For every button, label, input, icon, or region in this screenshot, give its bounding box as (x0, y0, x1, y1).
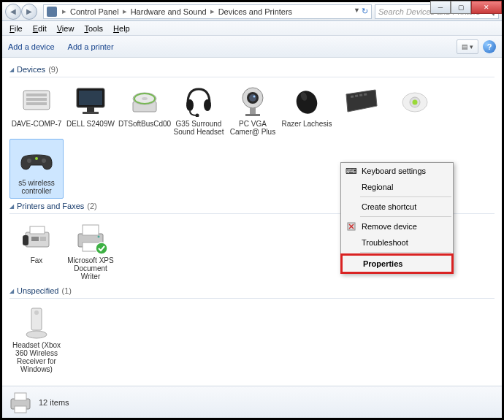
close-button[interactable]: ✕ (471, 1, 502, 14)
svg-rect-51 (15, 406, 26, 413)
forward-button[interactable]: ▶ (21, 4, 37, 20)
menu-troubleshoot[interactable]: Troubleshoot (341, 234, 453, 251)
view-options-button[interactable]: ▤ ▾ (457, 39, 478, 54)
remove-icon (345, 221, 357, 232)
refresh-icon[interactable]: ↻ (362, 7, 368, 16)
device-item-selected[interactable]: s5 wireless controller (9, 139, 64, 199)
printer-icon (73, 220, 108, 255)
menu-view[interactable]: View (53, 23, 79, 34)
menu-create-shortcut[interactable]: Create shortcut (341, 199, 453, 215)
menu-edit[interactable]: Edit (28, 23, 51, 34)
game-controller-icon (19, 142, 54, 177)
svg-point-29 (413, 100, 418, 105)
printer-item[interactable]: Fax (9, 217, 64, 283)
menu-file[interactable]: File (5, 23, 27, 34)
device-label: PC VGA Camer@ Plus (227, 120, 278, 136)
collapse-icon: ◢ (9, 66, 14, 73)
group-title: Devices (17, 65, 45, 74)
status-text: 12 items (39, 398, 69, 407)
breadcrumb-item[interactable]: Hardware and Sound (131, 7, 207, 16)
device-label: G35 Surround Sound Headset (173, 120, 224, 136)
svg-rect-36 (31, 237, 39, 241)
svg-point-18 (253, 96, 256, 98)
menu-separator (360, 196, 451, 197)
content-area: ◢ Devices (9) DAVE-COMP-7 DELL S2409W DT… (2, 58, 502, 386)
group-count: (2) (87, 202, 96, 210)
add-printer-button[interactable]: Add a printer (68, 42, 114, 51)
menu-regional[interactable]: Regional (341, 179, 453, 195)
menu-keyboard-settings[interactable]: ⌨ Keyboard settings (341, 163, 453, 179)
group-header-devices[interactable]: ◢ Devices (9) (9, 62, 495, 77)
group-title: Printers and Faxes (17, 202, 84, 210)
device-label: Razer Lachesis (282, 120, 332, 128)
fax-icon (19, 220, 54, 255)
svg-point-41 (98, 236, 100, 238)
device-label: s5 wireless controller (12, 179, 61, 195)
svg-rect-6 (87, 107, 94, 112)
help-icon[interactable]: ? (483, 40, 496, 53)
disc-drive-icon (127, 83, 162, 118)
maximize-button[interactable]: ▢ (451, 1, 471, 14)
printer-item[interactable]: Microsoft XPS Document Writer (64, 217, 118, 283)
status-bar: 12 items (2, 386, 502, 418)
device-item[interactable] (334, 80, 388, 139)
add-device-button[interactable]: Add a device (8, 42, 55, 51)
device-item[interactable]: PC VGA Camer@ Plus (226, 80, 280, 139)
explorer-window: ─ ▢ ✕ ◀ ▶ ▸ Control Panel ▸ Hardware and… (0, 0, 504, 420)
svg-point-32 (35, 157, 38, 160)
menu-bar: File Edit View Tools Help (2, 21, 502, 36)
svg-rect-35 (23, 235, 28, 245)
group-count: (9) (48, 65, 58, 74)
printer-label: Microsoft XPS Document Writer (65, 256, 116, 280)
computer-icon (19, 83, 54, 118)
menu-properties[interactable]: Properties (343, 256, 451, 272)
device-item[interactable] (388, 80, 442, 139)
svg-rect-50 (15, 393, 26, 400)
svg-point-30 (27, 159, 31, 163)
device-label: Headset (Xbox 360 Wireless Receiver for … (11, 341, 62, 373)
menu-remove-device[interactable]: Remove device (341, 218, 453, 234)
collapse-icon: ◢ (9, 288, 14, 294)
menu-help[interactable]: Help (109, 23, 134, 34)
collapse-icon: ◢ (9, 203, 14, 210)
breadcrumb[interactable]: ▸ Control Panel ▸ Hardware and Sound ▸ D… (43, 4, 372, 19)
svg-rect-7 (83, 112, 99, 114)
svg-point-21 (293, 88, 320, 115)
titlebar: ─ ▢ ✕ ◀ ▶ ▸ Control Panel ▸ Hardware and… (2, 2, 502, 21)
default-check-icon (95, 242, 108, 255)
mouse-icon (289, 83, 324, 118)
monitor-icon (73, 83, 108, 118)
device-item[interactable]: DTSoftBusCd00 (118, 80, 172, 139)
svg-point-45 (26, 331, 47, 338)
minimize-button[interactable]: ─ (430, 1, 451, 14)
svg-rect-2 (26, 98, 47, 101)
svg-rect-20 (245, 114, 260, 116)
device-item[interactable]: Headset (Xbox 360 Wireless Receiver for … (9, 302, 64, 376)
group-header-unspecified[interactable]: ◢ Unspecified (1) (9, 283, 495, 299)
svg-rect-26 (364, 93, 367, 96)
svg-rect-19 (250, 108, 256, 114)
svg-point-17 (249, 94, 256, 102)
menu-highlighted: Properties (340, 253, 454, 274)
device-item[interactable]: G35 Surround Sound Headset (172, 80, 226, 139)
location-icon (47, 7, 57, 17)
svg-rect-3 (26, 102, 47, 105)
svg-rect-24 (355, 95, 358, 97)
device-item[interactable]: DAVE-COMP-7 (9, 80, 64, 139)
svg-rect-39 (83, 225, 99, 235)
svg-point-13 (204, 99, 211, 111)
device-item[interactable]: DELL S2409W (64, 80, 118, 139)
device-item[interactable]: Razer Lachesis (280, 80, 334, 139)
breadcrumb-item[interactable]: Devices and Printers (218, 7, 293, 16)
wireless-receiver-icon (397, 83, 432, 118)
command-bar: Add a device Add a printer ▤ ▾ ? (2, 36, 502, 58)
breadcrumb-item[interactable]: Control Panel (70, 7, 119, 16)
menu-separator (360, 252, 451, 253)
svg-point-44 (34, 310, 39, 315)
dropdown-icon[interactable]: ▼ (354, 7, 360, 16)
headset-icon (181, 83, 216, 118)
context-menu: ⌨ Keyboard settings Regional Create shor… (340, 162, 454, 274)
svg-point-14 (196, 114, 199, 118)
menu-tools[interactable]: Tools (80, 23, 107, 34)
back-button[interactable]: ◀ (5, 4, 21, 20)
